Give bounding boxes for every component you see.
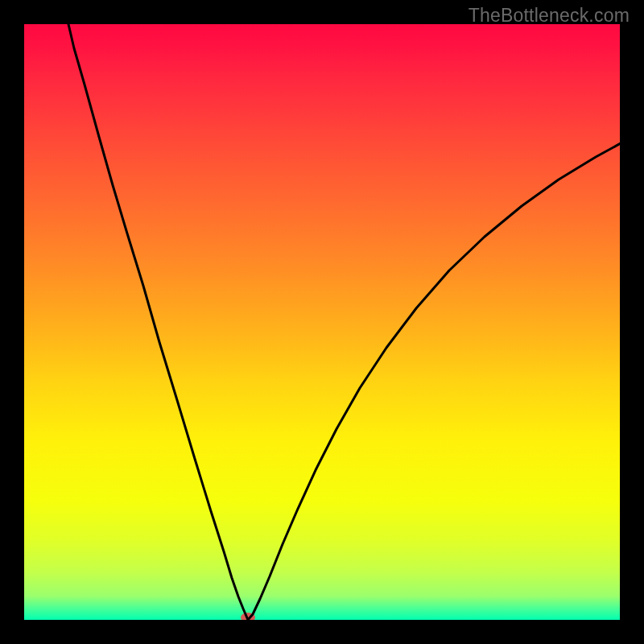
plot-area bbox=[24, 24, 620, 620]
watermark-text: TheBottleneck.com bbox=[469, 5, 630, 27]
chart-frame: TheBottleneck.com bbox=[0, 0, 644, 644]
bottleneck-curve bbox=[68, 24, 620, 620]
curve-overlay-svg bbox=[24, 24, 620, 620]
